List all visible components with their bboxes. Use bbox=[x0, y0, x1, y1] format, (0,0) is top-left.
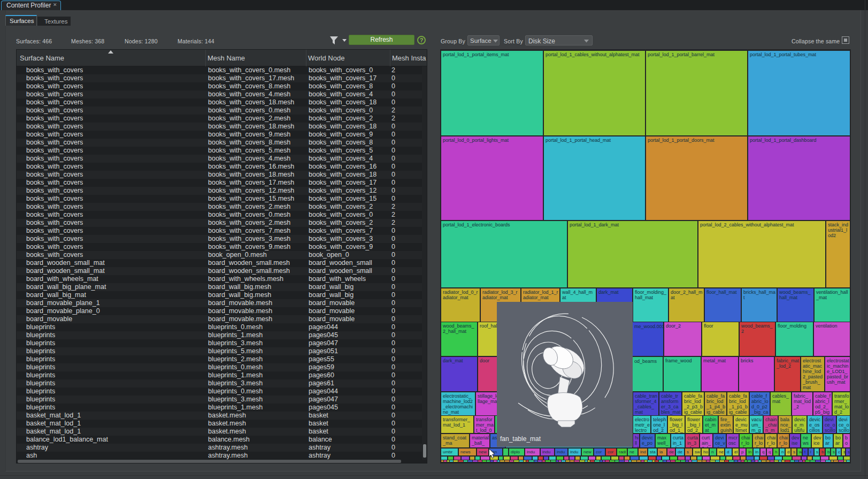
svg-text:fan_table_mat: fan_table_mat bbox=[500, 435, 541, 443]
